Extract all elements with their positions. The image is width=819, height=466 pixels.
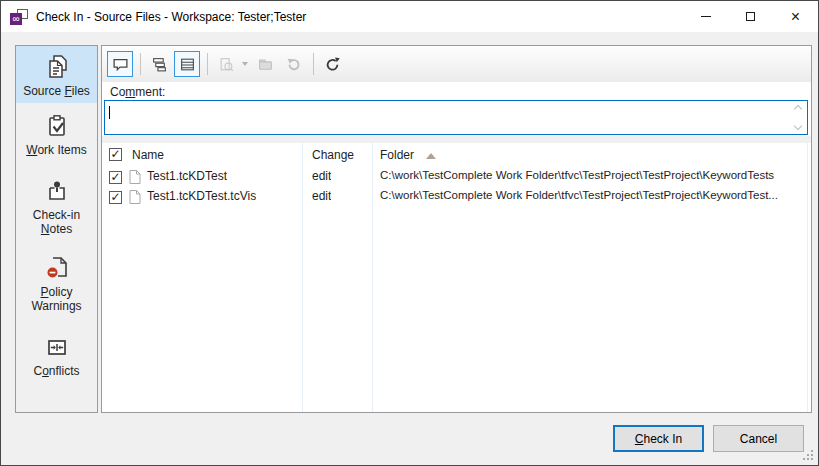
work-items-icon — [42, 111, 72, 141]
sidebar-item-work-items[interactable]: Work Items — [16, 105, 97, 162]
refresh-icon — [324, 56, 341, 73]
window-title: Check In - Source Files - Workspace: Tes… — [36, 10, 306, 24]
chevron-up-icon[interactable] — [794, 105, 802, 113]
minimize-icon — [701, 16, 711, 17]
comment-label: Comment: — [110, 85, 165, 99]
toolbar-separator — [207, 53, 208, 75]
maximize-icon — [746, 12, 755, 21]
comment-icon — [112, 56, 129, 73]
resize-grip[interactable] — [802, 449, 814, 461]
sidebar-item-source-files[interactable]: Source Files — [16, 46, 97, 103]
toolbar-separator — [313, 53, 314, 75]
pending-changes-list: ✓ Name Change Folder ✓ Test1.tcKDTest ed… — [102, 143, 811, 412]
checkbox-check-icon: ✓ — [109, 171, 122, 184]
toolbar-separator — [140, 53, 141, 75]
select-all-checkbox[interactable]: ✓ — [109, 147, 122, 161]
checkbox-check-icon: ✓ — [109, 191, 122, 204]
file-name: Test1.tcKDTest — [147, 169, 227, 183]
source-files-icon — [42, 52, 72, 82]
flat-list-view-button[interactable] — [174, 51, 200, 77]
show-comment-toggle-button[interactable] — [107, 51, 133, 77]
comment-input[interactable] — [104, 100, 808, 135]
close-icon: × — [791, 9, 800, 25]
folder-path: C:\work\TestComplete Work Folder\tfvc\Te… — [380, 189, 805, 201]
shelve-button — [252, 51, 278, 77]
visual-studio-app-icon: ∞ — [10, 9, 28, 25]
flat-list-view-icon — [179, 56, 196, 73]
infinity-glyph: ∞ — [10, 13, 22, 25]
shelve-icon — [257, 56, 274, 73]
file-icon — [129, 190, 141, 204]
row-checkbox[interactable]: ✓ — [109, 190, 122, 204]
tree-view-icon — [151, 56, 168, 73]
sidebar: Source Files Work Items Check-in Notes — [15, 45, 98, 413]
chevron-down-icon[interactable] — [794, 122, 802, 130]
column-header-folder[interactable]: Folder — [380, 148, 436, 162]
tree-view-button[interactable] — [146, 51, 172, 77]
change-type: edit — [312, 189, 331, 203]
sidebar-item-check-in-notes[interactable]: Check-in Notes — [16, 170, 97, 241]
check-in-button[interactable]: Check In — [613, 425, 704, 452]
close-button[interactable]: × — [773, 1, 818, 32]
maximize-button[interactable] — [728, 1, 773, 32]
dropdown-caret-icon — [242, 62, 248, 66]
folder-path: C:\work\TestComplete Work Folder\tfvc\Te… — [380, 169, 805, 181]
compare-icon — [218, 56, 235, 73]
cancel-button[interactable]: Cancel — [713, 425, 804, 452]
checkbox-check-icon: ✓ — [109, 148, 122, 161]
minimize-button[interactable] — [683, 1, 728, 32]
policy-warnings-icon — [42, 253, 72, 283]
refresh-button[interactable] — [319, 51, 345, 77]
text-caret — [109, 106, 110, 119]
sort-ascending-icon — [426, 153, 436, 159]
sidebar-item-policy-warnings[interactable]: Policy Warnings — [16, 247, 97, 318]
file-name: Test1.tcKDTest.tcVis — [147, 189, 256, 203]
check-in-notes-icon — [42, 176, 72, 206]
undo-icon — [285, 56, 302, 73]
compare-button — [213, 51, 239, 77]
conflicts-icon — [42, 332, 72, 362]
table-row[interactable]: ✓ Test1.tcKDTest edit C:\work\TestComple… — [102, 167, 811, 187]
sidebar-item-conflicts[interactable]: Conflicts — [16, 326, 97, 383]
column-header-change[interactable]: Change — [312, 148, 354, 162]
check-in-dialog: ∞ Check In - Source Files - Workspace: T… — [0, 0, 819, 466]
file-icon — [129, 170, 141, 184]
comment-scrollbar[interactable] — [791, 103, 805, 132]
titlebar: ∞ Check In - Source Files - Workspace: T… — [1, 1, 818, 32]
undo-button — [280, 51, 306, 77]
table-row[interactable]: ✓ Test1.tcKDTest.tcVis edit C:\work\Test… — [102, 187, 811, 207]
row-checkbox[interactable]: ✓ — [109, 170, 122, 184]
change-type: edit — [312, 169, 331, 183]
column-header-name[interactable]: Name — [132, 148, 164, 162]
main-panel: Comment: ✓ Name Change Folder ✓ — [101, 45, 812, 413]
toolbar — [102, 46, 811, 82]
window-controls: × — [683, 1, 818, 32]
panel-separator — [102, 136, 811, 143]
